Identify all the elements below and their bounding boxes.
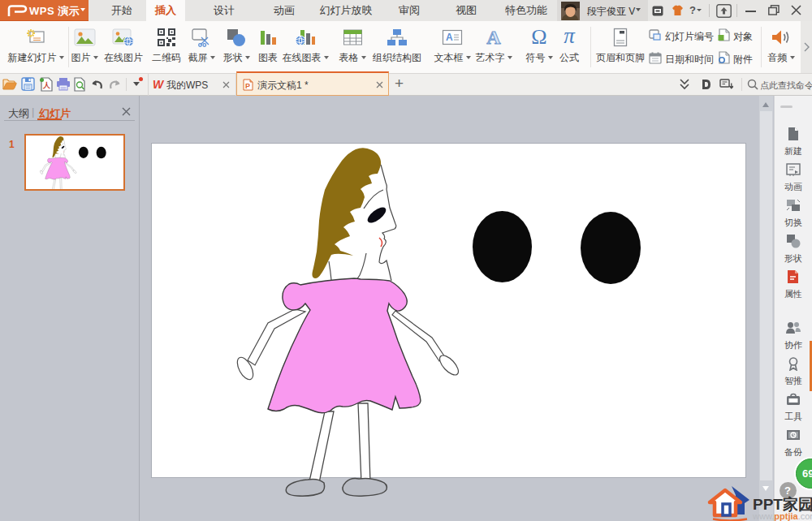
- svg-text:P: P: [245, 82, 250, 90]
- svg-text:π: π: [564, 26, 576, 47]
- svg-text:人: 人: [42, 81, 51, 89]
- svg-text:A: A: [446, 32, 453, 43]
